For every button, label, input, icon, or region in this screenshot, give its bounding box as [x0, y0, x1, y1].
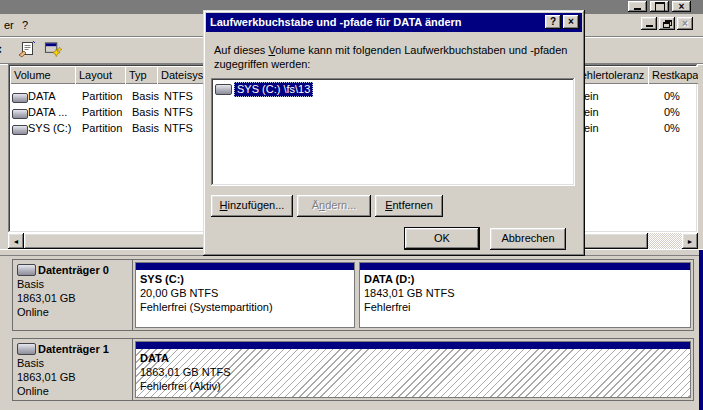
partition-name: DATA	[140, 351, 686, 365]
disk-icon	[17, 343, 36, 355]
child-close-icon: ×	[682, 20, 688, 28]
volume-rest: 0%	[664, 120, 680, 136]
change-button: Ändern...	[297, 195, 371, 217]
volume-fs: NTFS	[164, 120, 193, 136]
child-restore-button[interactable]	[659, 17, 675, 30]
partition-status: Fehlerfrei	[364, 300, 686, 314]
disk-type: Basis	[17, 356, 128, 370]
maximize-icon	[655, 2, 665, 12]
disk-icon	[17, 264, 36, 276]
dialog-help-button[interactable]: ?	[545, 15, 561, 29]
child-close-button: ×	[677, 17, 693, 30]
maximize-button[interactable]	[650, 1, 669, 12]
child-restore-icon	[663, 20, 672, 28]
volume-fs: NTFS	[164, 88, 193, 104]
disk-size: 1863,01 GB	[17, 370, 128, 384]
column-header-typ[interactable]: Typ	[125, 66, 161, 84]
volume-rest: 0%	[664, 104, 680, 120]
menu-help[interactable]: ?	[19, 18, 31, 35]
volume-name: SYS (C:)	[28, 120, 71, 136]
disk-name: Datenträger 1	[38, 343, 109, 355]
disk-management-icon[interactable]	[44, 41, 62, 58]
window-edge-strip	[699, 250, 703, 410]
volume-layout: Partition	[82, 120, 122, 136]
properties-icon[interactable]	[18, 41, 36, 58]
disk-management-window: × er ? × ×	[0, 0, 703, 410]
remove-button[interactable]: Entfernen	[375, 195, 443, 217]
mount-path-text: SYS (C:) \fs\13	[234, 82, 313, 97]
add-button[interactable]: Hinzufügen...	[211, 195, 293, 217]
scroll-right-button[interactable]: ►	[682, 233, 698, 249]
volume-name: DATA	[28, 88, 56, 104]
column-header-layout[interactable]: Layout	[75, 66, 129, 84]
volume-icon	[12, 125, 28, 135]
dialog-close-button[interactable]: ×	[563, 15, 579, 29]
volume-name: DATA ...	[28, 104, 67, 120]
close-button[interactable]: ×	[672, 1, 691, 12]
partition-name: DATA (D:)	[364, 272, 686, 286]
volume-icon	[215, 84, 232, 95]
partition-area: SYS (C:) 20,00 GB NTFS Fehlerfrei (Syste…	[133, 260, 693, 330]
partition-color-bar	[360, 263, 690, 270]
dialog-title: Laufwerkbuchstabe und -pfade für DATA än…	[210, 16, 462, 28]
scroll-left-button[interactable]: ◄	[8, 233, 24, 249]
disk-row-1: Datenträger 1 Basis 1863,01 GB Online DA…	[12, 338, 694, 401]
partition-size: 1863,01 GB NTFS	[140, 365, 686, 379]
column-header-restkapazitaet[interactable]: Restkapazität	[648, 66, 698, 84]
disk-type: Basis	[17, 277, 128, 291]
minimize-icon	[634, 8, 641, 10]
child-minimize-icon	[646, 25, 653, 27]
disk-status: Online	[17, 384, 128, 398]
close-icon: ×	[679, 3, 685, 11]
volume-rest: 0%	[664, 88, 680, 104]
drive-letter-dialog: Laufwerkbuchstabe und -pfade für DATA än…	[203, 10, 585, 256]
volume-typ: Basis	[132, 88, 159, 104]
partition-status: Fehlerfrei (Aktiv)	[140, 379, 686, 393]
disk-info-0[interactable]: Datenträger 0 Basis 1863,01 GB Online	[13, 260, 133, 330]
volume-layout: Partition	[82, 88, 122, 104]
partition-color-bar	[136, 263, 354, 270]
dialog-titlebar[interactable]: Laufwerkbuchstabe und -pfade für DATA än…	[206, 13, 582, 32]
partition-color-bar	[136, 342, 690, 349]
partition-data-selected[interactable]: DATA 1863,01 GB NTFS Fehlerfrei (Aktiv)	[135, 341, 691, 398]
volume-typ: Basis	[132, 120, 159, 136]
minimize-button[interactable]	[628, 1, 647, 12]
volume-icon	[12, 109, 28, 119]
mount-path-item[interactable]: SYS (C:) \fs\13	[215, 82, 313, 97]
partition-sys-c[interactable]: SYS (C:) 20,00 GB NTFS Fehlerfrei (Syste…	[135, 262, 355, 328]
cancel-button[interactable]: Abbrechen	[490, 228, 566, 250]
ok-button[interactable]: OK	[404, 227, 480, 250]
partition-size: 1843,01 GB NTFS	[364, 286, 686, 300]
disk-status: Online	[17, 305, 128, 319]
partition-status: Fehlerfrei (Systempartition)	[140, 300, 350, 314]
partition-name: SYS (C:)	[140, 272, 350, 286]
clipped-icon[interactable]: ×	[0, 41, 6, 58]
scrollbar-track[interactable]	[648, 233, 682, 249]
volume-typ: Basis	[132, 104, 159, 120]
partition-size: 20,00 GB NTFS	[140, 286, 350, 300]
dialog-description: Auf dieses Volume kann mit folgenden Lau…	[214, 43, 580, 71]
mount-path-listbox[interactable]: SYS (C:) \fs\13	[211, 78, 575, 186]
volume-fs: NTFS	[164, 104, 193, 120]
volume-layout: Partition	[82, 104, 122, 120]
partition-area: DATA 1863,01 GB NTFS Fehlerfrei (Aktiv)	[133, 339, 693, 400]
menu-item-partial[interactable]: er	[1, 18, 17, 35]
disk-info-1[interactable]: Datenträger 1 Basis 1863,01 GB Online	[13, 339, 133, 400]
column-header-volume[interactable]: Volume	[10, 66, 79, 84]
volume-icon	[12, 93, 28, 103]
child-minimize-button[interactable]	[641, 17, 657, 30]
disk-row-0: Datenträger 0 Basis 1863,01 GB Online SY…	[12, 259, 694, 331]
disk-size: 1863,01 GB	[17, 291, 128, 305]
partition-data-d[interactable]: DATA (D:) 1843,01 GB NTFS Fehlerfrei	[359, 262, 691, 328]
disk-name: Datenträger 0	[38, 264, 109, 276]
